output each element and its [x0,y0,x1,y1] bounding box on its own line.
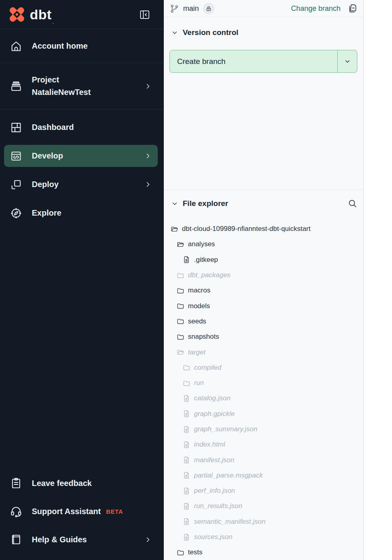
current-branch-label: main [183,4,199,13]
logo-row: dbt . [0,0,164,29]
brand-trademark-dot: . [52,19,54,25]
sidebar-item-dashboard[interactable]: Dashboard [0,113,164,142]
file-icon [183,456,190,464]
headset-icon [10,505,22,517]
beta-badge: BETA [106,508,123,515]
create-branch-button[interactable]: Create branch [170,50,337,72]
create-branch-caret[interactable] [337,50,357,72]
folder-item-dbt_packages[interactable]: dbt_packages [164,268,363,283]
folder-item-analyses[interactable]: analyses [164,237,363,252]
sidebar-item-label: Deploy [32,180,59,189]
file-icon [183,487,190,495]
folder-item-models[interactable]: models [164,298,363,313]
folder-icon [177,302,184,310]
collapse-sidebar-icon[interactable] [139,9,150,20]
git-branch-icon [170,4,179,13]
file-icon [183,471,190,479]
branch-bar: main Change branch [164,0,363,17]
file-item-run_results.json[interactable]: run_results.json [164,498,363,514]
sidebar-item-leave-feedback[interactable]: Leave feedback [0,469,164,497]
sidebar-bottom-nav: Leave feedback Support Assistant BETA [0,469,164,560]
sidebar-item-explore[interactable]: Explore [0,199,164,227]
chevron-down-icon [171,200,178,207]
folder-item-dbt-cloud-109989-nfianntest-dbt-quickstart[interactable]: dbt-cloud-109989-nfianntest-dbt-quicksta… [164,221,363,237]
file-icon [183,518,190,525]
folder-item-run[interactable]: run [164,375,363,391]
file-item-graph.gpickle[interactable]: graph.gpickle [164,406,363,422]
sidebar-item-label: Project NatalieNewTest [32,74,91,99]
branch-locked-badge[interactable] [203,3,215,14]
file-item-manifest.json[interactable]: manifest.json [164,452,363,467]
folder-item-snapshots[interactable]: snapshots [164,329,363,344]
develop-side-panel: main Change branch Version control Cr [164,0,364,560]
file-item-catalog.json[interactable]: catalog.json [164,391,363,406]
sidebar-item-label: Leave feedback [32,479,92,488]
folder-icon [177,333,184,341]
file-tree: dbt-cloud-109989-nfianntest-dbt-quicksta… [164,221,363,560]
file-item-partial_parse.msgpack[interactable]: partial_parse.msgpack [164,468,363,483]
file-icon [183,426,190,433]
copy-icon[interactable] [348,4,357,13]
sidebar-item-label: Dashboard [32,123,74,132]
sidebar: dbt . Account home [0,0,164,560]
sidebar-item-project[interactable]: Project NatalieNewTest [0,63,164,109]
folder-icon [183,379,190,387]
file-icon [183,533,190,541]
sidebar-item-deploy[interactable]: Deploy [0,170,164,199]
file-icon [183,441,190,449]
file-item-.gitkeep[interactable]: .gitkeep [164,252,363,268]
file-icon [183,395,190,402]
file-icon [183,256,190,264]
chevron-right-icon [144,83,151,90]
book-icon [10,533,22,546]
sidebar-main-nav: Dashboard Develop [0,109,164,227]
chevron-right-icon [144,181,151,188]
folder-item-tests[interactable]: tests [164,545,363,560]
file-item-graph_summary.json[interactable]: graph_summary.json [164,422,363,437]
folder-open-icon [177,241,184,248]
explore-compass-icon [10,207,22,219]
folder-icon [177,317,184,325]
file-item-semantic_manifest.json[interactable]: semantic_manifest.json [164,514,363,529]
folder-open-icon [171,225,178,233]
section-title: File explorer [183,199,228,208]
chevron-right-icon [144,152,151,159]
folder-open-icon [177,348,184,356]
version-control-section: Version control Create branch [164,17,363,190]
file-explorer-header[interactable]: File explorer [164,197,363,210]
sidebar-item-label: Support Assistant [32,507,101,516]
editor-area[interactable] [364,0,392,560]
sidebar-item-label: Help & Guides [32,535,87,544]
folder-icon [177,287,184,294]
folder-item-seeds[interactable]: seeds [164,314,363,329]
change-branch-link[interactable]: Change branch [291,4,340,13]
chevron-down-icon [344,58,351,65]
sidebar-item-label: Explore [32,208,61,218]
sidebar-item-account-home[interactable]: Account home [0,29,164,63]
folder-icon [177,549,184,556]
sidebar-item-help-guides[interactable]: Help & Guides [0,525,164,554]
chevron-down-icon [171,29,178,36]
folder-icon [183,364,190,371]
sidebar-item-label: Develop [32,151,63,161]
chevron-right-icon [144,536,151,543]
dashboard-icon [10,121,22,134]
search-icon[interactable] [348,199,357,208]
file-item-perf_info.json[interactable]: perf_info.json [164,483,363,498]
file-icon [183,502,190,510]
sidebar-item-develop[interactable]: Develop [4,145,158,167]
sidebar-item-label: Account home [32,41,88,51]
project-label: Project [32,74,91,86]
file-item-index.html[interactable]: index.html [164,437,363,452]
file-item-sources.json[interactable]: sources.json [164,529,363,545]
version-control-header[interactable]: Version control [164,26,363,39]
sidebar-item-support-assistant[interactable]: Support Assistant BETA [0,497,164,525]
folder-item-macros[interactable]: macros [164,283,363,298]
deploy-icon [10,179,22,191]
dbt-logo-icon [9,6,25,23]
create-branch-split-button: Create branch [169,50,357,73]
folder-item-compiled[interactable]: compiled [164,360,363,375]
section-title: Version control [183,28,238,37]
folder-item-target[interactable]: target [164,344,363,360]
file-icon [183,410,190,418]
